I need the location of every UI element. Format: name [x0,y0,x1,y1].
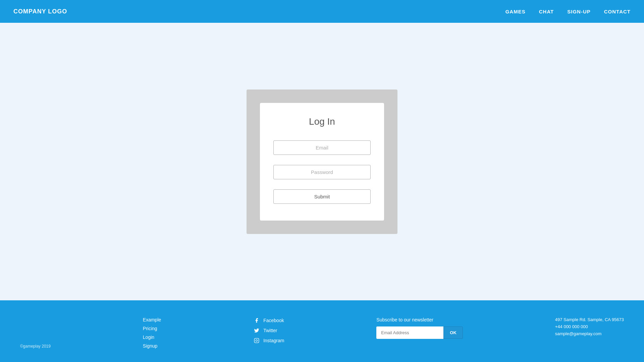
footer-contact: 497 Sample Rd. Sample, CA 95673 +44 000 … [555,317,624,336]
login-inner-card: Log In Submit [260,103,384,221]
twitter-label: Twitter [263,328,277,333]
newsletter-email-input[interactable] [376,326,443,339]
social-twitter[interactable]: Twitter [253,327,284,334]
instagram-icon [253,337,260,344]
password-input[interactable] [273,165,371,179]
footer-links: Example Pricing Login Signup [143,317,161,349]
nav-games[interactable]: GAMES [505,9,526,14]
contact-email: sample@gameplay.com [555,331,624,336]
password-group [273,165,371,179]
email-input[interactable] [273,140,371,155]
social-instagram[interactable]: Instagram [253,337,284,344]
instagram-label: Instagram [263,338,284,343]
newsletter-title: Subscribe to our newsletter [376,317,463,322]
main-nav: GAMES CHAT SIGN-UP CONTACT [505,9,631,14]
nav-signup[interactable]: SIGN-UP [567,9,591,14]
footer-social: Facebook Twitter Instagram [253,317,284,344]
company-logo: COMPANY LOGO [13,8,67,15]
footer-link-signup[interactable]: Signup [143,343,161,349]
footer-link-login[interactable]: Login [143,335,161,340]
footer-link-example[interactable]: Example [143,317,161,322]
twitter-icon [253,327,260,334]
email-group [273,140,371,155]
contact-address: 497 Sample Rd. Sample, CA 95673 [555,317,624,322]
login-outer-card: Log In Submit [247,89,397,234]
svg-rect-0 [255,338,259,343]
footer-link-pricing[interactable]: Pricing [143,326,161,331]
login-title: Log In [273,116,371,127]
nav-chat[interactable]: CHAT [539,9,554,14]
nav-contact[interactable]: CONTACT [604,9,631,14]
newsletter-section: Subscribe to our newsletter OK [376,317,463,339]
newsletter-submit-button[interactable]: OK [443,326,463,339]
facebook-icon [253,317,260,324]
footer-copyright: ©gameplay 2019 [20,344,51,349]
facebook-label: Facebook [263,318,284,323]
main-content: Log In Submit [0,23,644,300]
contact-phone: +44 000 000 000 [555,324,624,329]
header: COMPANY LOGO GAMES CHAT SIGN-UP CONTACT [0,0,644,23]
social-facebook[interactable]: Facebook [253,317,284,324]
submit-button[interactable]: Submit [273,189,371,204]
newsletter-form: OK [376,326,463,339]
footer: ©gameplay 2019 Example Pricing Login Sig… [0,300,644,362]
